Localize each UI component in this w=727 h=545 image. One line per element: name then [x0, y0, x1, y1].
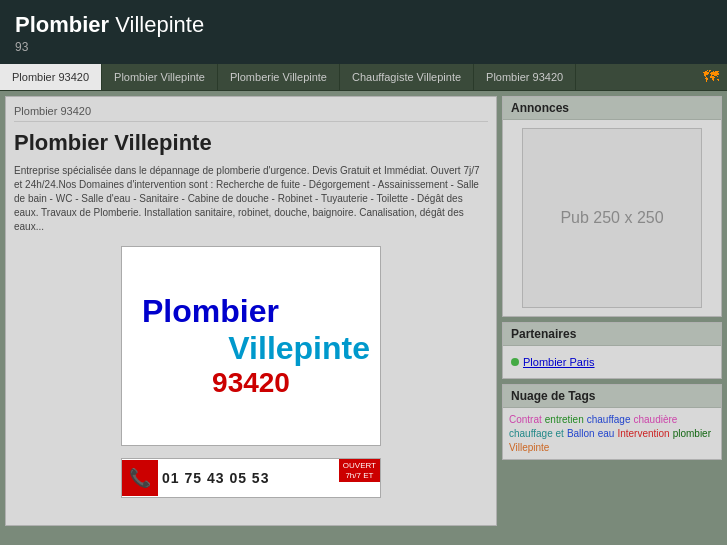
tag-cloud: Contrat entretien chauffage chaudière ch…	[503, 408, 721, 459]
nav-tab-4[interactable]: Plombier 93420	[474, 64, 576, 90]
navigation-bar: Plombier 93420 Plombier Villepinte Plomb…	[0, 64, 727, 91]
ad-line3: 93420	[122, 367, 380, 399]
page-description: Entreprise spécialisée dans le dépannage…	[14, 164, 488, 234]
partner-item: Plombier Paris	[511, 354, 713, 370]
site-subtitle: 93	[15, 40, 712, 54]
page-title: Plombier Villepinte	[14, 130, 488, 156]
tag-ballon[interactable]: Ballon	[567, 428, 595, 439]
nav-tab-0[interactable]: Plombier 93420	[0, 64, 102, 90]
site-header: Plombier Villepinte 93	[0, 0, 727, 64]
phone-strip: 📞 01 75 43 05 53 OUVERT 7h/7 ET	[121, 458, 381, 498]
ad-line2: Villepinte	[122, 330, 380, 367]
tag-contrat[interactable]: Contrat	[509, 414, 542, 425]
tag-chaudiere[interactable]: chaudière	[633, 414, 677, 425]
annonces-content: Pub 250 x 250	[503, 120, 721, 316]
tag-villepinte[interactable]: Villepinte	[509, 442, 549, 453]
tags-header: Nuage de Tags	[503, 385, 721, 408]
ouvert-badge: OUVERT 7h/7 ET	[339, 459, 380, 482]
tag-chauffage[interactable]: chauffage	[587, 414, 631, 425]
partenaires-header: Partenaires	[503, 323, 721, 346]
nav-tab-2[interactable]: Plomberie Villepinte	[218, 64, 340, 90]
breadcrumb: Plombier 93420	[14, 105, 488, 122]
annonces-box: Annonces Pub 250 x 250	[502, 96, 722, 317]
annonces-header: Annonces	[503, 97, 721, 120]
pub-placeholder: Pub 250 x 250	[522, 128, 702, 308]
tag-intervention[interactable]: Intervention	[617, 428, 669, 439]
tag-chauffage-et[interactable]: chauffage et	[509, 428, 564, 439]
site-title: Plombier Villepinte	[15, 12, 712, 38]
main-layout: Plombier 93420 Plombier Villepinte Entre…	[0, 91, 727, 531]
tag-eau[interactable]: eau	[598, 428, 615, 439]
tag-plombier[interactable]: plombier	[673, 428, 711, 439]
nav-tab-1[interactable]: Plombier Villepinte	[102, 64, 218, 90]
nav-tab-3[interactable]: Chauffagiste Villepinte	[340, 64, 474, 90]
phone-icon: 📞	[122, 460, 158, 496]
rss-icon[interactable]: 🗺	[695, 64, 727, 90]
content-area: Plombier 93420 Plombier Villepinte Entre…	[5, 96, 497, 526]
tag-entretien[interactable]: entretien	[545, 414, 584, 425]
content-advertisement: Plombier Villepinte 93420	[121, 246, 381, 446]
phone-number: 01 75 43 05 53	[162, 470, 269, 486]
partner-link[interactable]: Plombier Paris	[523, 356, 595, 368]
ad-line1: Plombier	[122, 293, 380, 330]
partner-status-dot	[511, 358, 519, 366]
sidebar: Annonces Pub 250 x 250 Partenaires Plomb…	[502, 96, 722, 526]
tags-box: Nuage de Tags Contrat entretien chauffag…	[502, 384, 722, 460]
partenaires-content: Plombier Paris	[503, 346, 721, 378]
partenaires-box: Partenaires Plombier Paris	[502, 322, 722, 379]
